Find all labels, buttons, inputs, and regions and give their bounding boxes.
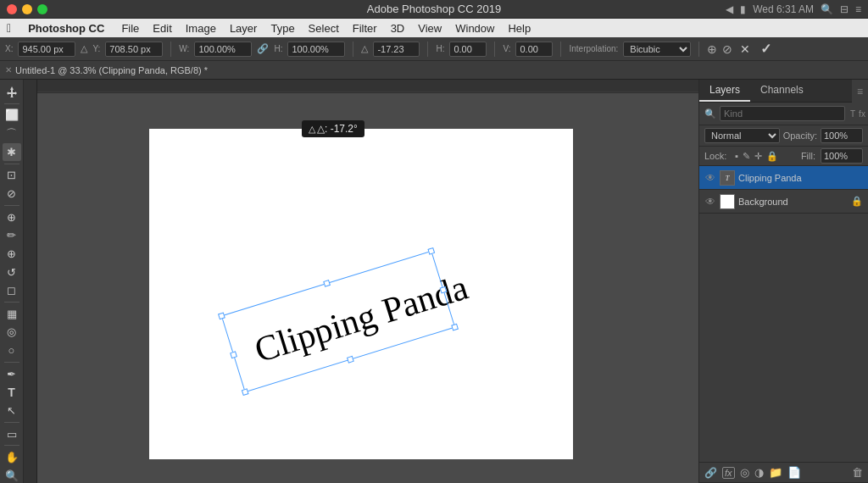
fx-icon[interactable]: fx	[722, 467, 735, 479]
hshear-input[interactable]	[449, 42, 487, 57]
layer-visibility-clipping-panda[interactable]: 👁	[704, 172, 716, 184]
clone-stamp-tool[interactable]: ⊕	[3, 245, 21, 263]
new-group-icon[interactable]: 📁	[769, 466, 782, 479]
lock-all-icon[interactable]: 🔒	[766, 151, 778, 162]
transform-handle-top-mid[interactable]	[323, 280, 331, 287]
x-input[interactable]	[18, 42, 75, 57]
link-layers-icon[interactable]: 🔗	[704, 467, 717, 479]
tab-label[interactable]: Untitled-1 @ 33.3% (Clipping Panda, RGB/…	[15, 65, 208, 75]
pen-tool[interactable]: ✒	[3, 365, 21, 383]
dodge-tool[interactable]: ○	[3, 341, 21, 359]
close-button[interactable]	[7, 4, 17, 14]
lock-position-icon[interactable]: ✛	[754, 151, 762, 162]
interp-select[interactable]: Bicubic Bilinear Nearest Neighbor	[623, 42, 691, 57]
search-icon[interactable]: 🔍	[821, 3, 833, 15]
tab-channels[interactable]: Channels	[750, 80, 814, 102]
panel-menu-icon[interactable]: ≡	[852, 82, 868, 101]
blend-mode-row: Normal Multiply Screen Overlay Opacity:	[699, 125, 868, 147]
kind-search-icon: 🔍	[704, 108, 716, 119]
mask-mode-icon[interactable]: ⊘	[722, 42, 732, 56]
fill-input[interactable]	[821, 148, 863, 164]
menu-view[interactable]: View	[411, 20, 448, 36]
menu-layer[interactable]: Layer	[223, 20, 264, 36]
zoom-tool[interactable]: 🔍	[3, 467, 21, 483]
layer-thumbnail-clipping-panda: T	[720, 170, 735, 186]
layer-item-background[interactable]: 👁 Background 🔒	[699, 190, 868, 214]
history-brush-tool[interactable]: ↺	[3, 264, 21, 281]
menu-edit[interactable]: Edit	[146, 20, 178, 36]
menu-help[interactable]: Help	[501, 20, 537, 36]
warp-icon[interactable]: ⊕	[707, 42, 717, 56]
menu-window[interactable]: Window	[448, 20, 501, 36]
maximize-button[interactable]	[37, 4, 47, 14]
menu-3d[interactable]: 3D	[384, 20, 412, 36]
tab-layers[interactable]: Layers	[699, 80, 750, 102]
hand-tool[interactable]: ✋	[3, 448, 21, 466]
move-tool[interactable]	[3, 83, 21, 101]
panel-tabs: Layers Channels	[699, 80, 852, 103]
tool-sep-3	[4, 205, 19, 206]
transform-handle-top-right[interactable]	[427, 247, 435, 255]
w-label: W:	[179, 44, 189, 53]
angle-input[interactable]	[373, 42, 420, 57]
tab-bar: ✕ Untitled-1 @ 33.3% (Clipping Panda, RG…	[0, 61, 868, 80]
lasso-tool[interactable]: ⌒	[3, 125, 21, 142]
transform-handle-top-left[interactable]	[218, 313, 225, 320]
rectangle-shape-tool[interactable]: ▭	[3, 425, 21, 443]
magic-wand-tool[interactable]: ✱	[3, 143, 21, 161]
tab-close-button[interactable]: ✕	[5, 65, 12, 75]
h-label: H:	[274, 44, 282, 53]
rectangle-marquee-tool[interactable]: ⬜	[3, 107, 21, 125]
y-input[interactable]	[105, 42, 163, 57]
layer-item-clipping-panda[interactable]: 👁 T Clipping Panda	[699, 166, 868, 190]
menu-app-name[interactable]: Photoshop CC	[21, 20, 111, 36]
menu-select[interactable]: Select	[302, 20, 346, 36]
opacity-input[interactable]	[821, 128, 863, 143]
kind-search-input[interactable]	[720, 106, 845, 121]
adjustment-layer-icon[interactable]: ◑	[754, 466, 764, 479]
menu-file[interactable]: File	[114, 20, 146, 36]
menu-image[interactable]: Image	[179, 20, 223, 36]
menu-type[interactable]: Type	[264, 20, 301, 36]
w-input[interactable]	[194, 42, 252, 57]
eyedropper-tool[interactable]: ⊘	[3, 185, 21, 203]
lock-image-icon[interactable]: ✎	[743, 151, 750, 162]
new-layer-icon[interactable]: 📄	[787, 466, 801, 479]
lock-pixels-icon[interactable]: ▪	[735, 151, 738, 161]
spot-heal-tool[interactable]: ⊕	[3, 208, 21, 226]
layer-thumbnail-background	[720, 194, 735, 209]
menu-icon[interactable]: ≡	[855, 3, 861, 15]
brush-tool[interactable]: ✏	[3, 226, 21, 244]
blend-mode-select[interactable]: Normal Multiply Screen Overlay	[704, 128, 780, 143]
cancel-transform-button[interactable]: ✕	[737, 42, 753, 56]
svg-marker-0	[7, 86, 17, 97]
vshear-input[interactable]	[515, 42, 553, 57]
sep5	[560, 42, 561, 57]
transform-handle-bot-mid[interactable]	[347, 356, 354, 364]
crop-tool[interactable]: ⊡	[3, 167, 21, 185]
gradient-tool[interactable]: ▦	[3, 305, 21, 323]
add-mask-icon[interactable]: ◎	[740, 466, 749, 479]
canvas-document: Clipping Panda	[149, 129, 573, 459]
path-selection-tool[interactable]: ↖	[3, 402, 21, 419]
text-tool[interactable]: T	[3, 384, 21, 402]
link-icon[interactable]: 🔗	[257, 43, 269, 54]
transform-handle-bot-left[interactable]	[242, 388, 249, 396]
transform-handle-mid-left[interactable]	[230, 351, 237, 358]
screen-icon[interactable]: ⊟	[840, 3, 849, 15]
title-right: ◀ ▮ Wed 6:31 AM 🔍 ⊟ ≡	[726, 3, 861, 15]
tool-sep-4	[4, 302, 19, 303]
eraser-tool[interactable]: ◻	[3, 281, 21, 299]
layer-visibility-background[interactable]: 👁	[704, 196, 716, 208]
h-input[interactable]	[287, 42, 345, 57]
fill-label: Fill:	[801, 151, 815, 161]
menu-filter[interactable]: Filter	[346, 20, 384, 36]
window-controls	[7, 4, 47, 14]
minimize-button[interactable]	[22, 4, 32, 14]
hshear-label: H:	[436, 44, 444, 53]
blur-tool[interactable]: ◎	[3, 324, 21, 341]
commit-transform-button[interactable]: ✓	[758, 41, 774, 57]
delete-layer-icon[interactable]: 🗑	[852, 466, 863, 479]
panel-footer: 🔗 fx ◎ ◑ 📁 📄 🗑	[699, 462, 868, 482]
transform-handle-bot-right[interactable]	[451, 324, 459, 331]
